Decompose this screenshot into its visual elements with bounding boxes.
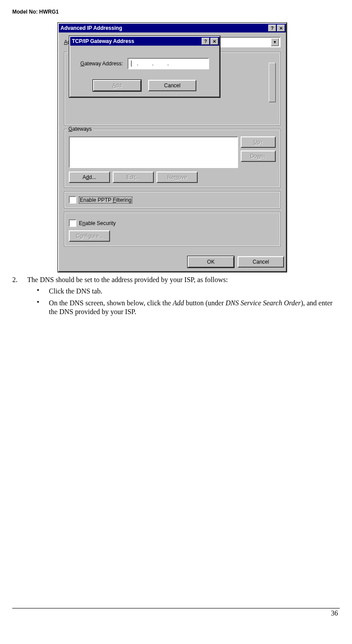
modal-title: TCP/IP Gateway Address — [72, 38, 201, 44]
security-groupbox: Enable Security Configure... — [64, 212, 281, 247]
edit-gateway-button[interactable]: Edit... — [113, 172, 154, 183]
help-button[interactable]: ? — [268, 25, 276, 32]
ok-button[interactable]: OK — [188, 256, 234, 268]
cancel-button[interactable]: Cancel — [238, 256, 284, 268]
gateway-address-label: Gateway Address: — [80, 61, 123, 67]
dialog-title: Advanced IP Addressing — [60, 25, 267, 31]
modal-close-button[interactable]: ✕ — [210, 38, 218, 45]
modal-help-button[interactable]: ? — [202, 38, 210, 45]
gateway-address-modal: TCP/IP Gateway Address ? ✕ Gateway Addre… — [69, 36, 220, 97]
bullet-text-1: Click the DNS tab. — [49, 287, 103, 296]
bullet-icon: • — [37, 287, 39, 296]
add-gateway-button[interactable]: Add... — [69, 172, 110, 183]
scrollbar[interactable] — [269, 63, 276, 102]
pptp-checkbox[interactable] — [69, 196, 76, 204]
text-caret-icon — [131, 61, 132, 67]
security-checkbox[interactable] — [69, 219, 76, 227]
page-footer: 36 — [12, 608, 340, 617]
down-button[interactable]: Down↓ — [241, 150, 276, 162]
ip-placeholder: . . . — [133, 61, 169, 67]
close-button[interactable]: ✕ — [277, 25, 285, 32]
remove-gateway-button[interactable]: Remove — [156, 172, 198, 183]
bullet-icon: • — [37, 299, 39, 317]
gateway-address-input[interactable]: . . . — [128, 58, 209, 69]
document-body: 2. The DNS should be set to the address … — [12, 275, 340, 319]
page-header: Model No: HWRG1 — [12, 9, 340, 15]
bullet-text-2: On the DNS screen, shown below, click th… — [49, 299, 340, 317]
gateways-legend: Gateways — [67, 126, 93, 132]
gateways-groupbox: Gateways Up↑ Down↓ Add... Edit... Remove — [64, 129, 281, 188]
modal-add-button[interactable]: Add — [93, 80, 141, 91]
gateway-listbox[interactable] — [69, 136, 238, 168]
pptp-label: Enable PPTP Filtering — [79, 197, 132, 204]
modal-cancel-button[interactable]: Cancel — [148, 80, 196, 91]
dropdown-icon[interactable]: ▼ — [271, 38, 279, 46]
page-number: 36 — [331, 609, 338, 617]
security-label: Enable Security — [79, 220, 116, 226]
configure-button[interactable]: Configure... — [69, 230, 110, 242]
list-number: 2. — [12, 275, 19, 319]
up-button[interactable]: Up↑ — [241, 136, 276, 148]
pptp-groupbox: Enable PPTP Filtering — [64, 191, 281, 208]
step-text: The DNS should be set to the address pro… — [27, 275, 340, 284]
dialog-titlebar: Advanced IP Addressing ? ✕ — [59, 24, 286, 32]
advanced-ip-dialog: Advanced IP Addressing ? ✕ Adapter: PCI … — [58, 23, 287, 272]
